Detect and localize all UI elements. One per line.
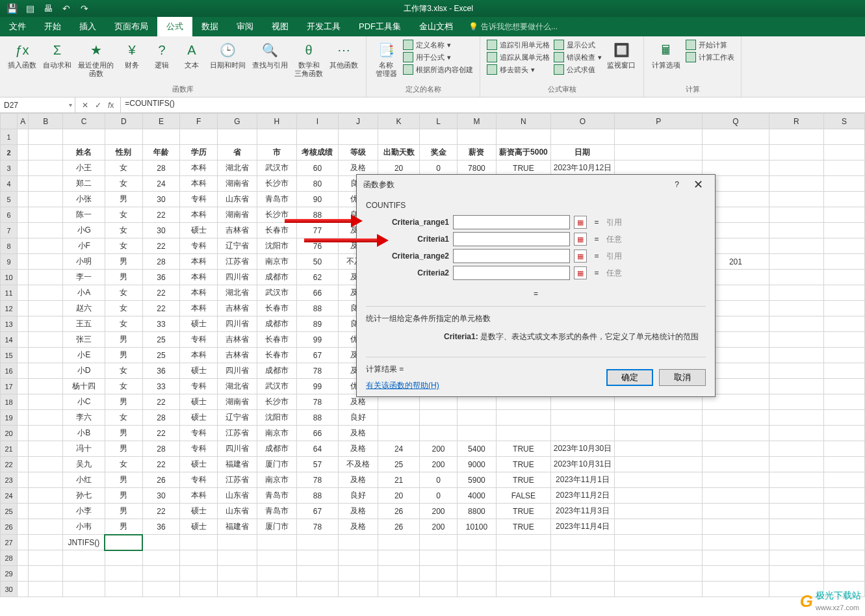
cell[interactable]: 26 bbox=[378, 519, 419, 535]
cell[interactable] bbox=[29, 394, 63, 410]
cell[interactable] bbox=[339, 582, 378, 597]
cell[interactable]: 市 bbox=[257, 145, 296, 160]
cell[interactable]: 郑二 bbox=[63, 176, 105, 192]
cell[interactable]: TRUE bbox=[497, 457, 551, 472]
cell[interactable] bbox=[457, 566, 496, 582]
cell[interactable] bbox=[257, 566, 296, 582]
cell[interactable]: 薪资高于5000 bbox=[497, 145, 551, 160]
row-header[interactable]: 12 bbox=[1, 301, 18, 316]
cell[interactable] bbox=[105, 550, 142, 566]
cell[interactable]: 良好 bbox=[339, 410, 378, 426]
cell[interactable]: 2023年11月1日 bbox=[550, 472, 614, 488]
cell[interactable] bbox=[824, 223, 865, 238]
cell[interactable] bbox=[769, 441, 824, 457]
cell[interactable] bbox=[824, 207, 865, 223]
cell[interactable]: 200 bbox=[420, 441, 458, 457]
cell[interactable]: 南京市 bbox=[257, 472, 296, 488]
row-header[interactable]: 25 bbox=[1, 504, 18, 519]
trace-dependents-button[interactable]: 追踪从属单元格 bbox=[485, 51, 551, 63]
cell[interactable]: 57 bbox=[296, 457, 338, 472]
menu-tab-4[interactable]: 公式 bbox=[157, 17, 192, 36]
cell[interactable]: 吉林省 bbox=[217, 332, 257, 348]
cell[interactable]: 奖金 bbox=[420, 145, 458, 160]
cell[interactable]: 小B bbox=[63, 426, 105, 441]
cell[interactable] bbox=[18, 504, 29, 519]
cell[interactable]: 88 bbox=[296, 301, 338, 316]
cell[interactable] bbox=[769, 457, 824, 472]
cell[interactable] bbox=[824, 129, 865, 145]
cell[interactable] bbox=[615, 145, 703, 160]
cell[interactable]: 辽宁省 bbox=[217, 238, 257, 254]
row-header[interactable]: 9 bbox=[1, 254, 18, 270]
cell[interactable]: 24 bbox=[142, 176, 180, 192]
cell[interactable] bbox=[824, 504, 865, 519]
cell[interactable]: 5900 bbox=[457, 472, 496, 488]
cell[interactable] bbox=[824, 332, 865, 348]
cell[interactable]: 山东省 bbox=[217, 192, 257, 207]
worksheet[interactable]: ABCDEFGHIJKLMNOPQRS12姓名性别年龄学历省市考核成绩等级出勤天… bbox=[0, 113, 865, 616]
cell[interactable] bbox=[824, 348, 865, 363]
cell[interactable]: 200 bbox=[420, 504, 458, 519]
cell[interactable] bbox=[378, 582, 419, 597]
cell[interactable]: 28 bbox=[142, 254, 180, 270]
cell[interactable] bbox=[339, 535, 378, 550]
cell[interactable] bbox=[824, 254, 865, 270]
cell[interactable] bbox=[615, 566, 703, 582]
cell[interactable]: 男 bbox=[105, 519, 142, 535]
cell[interactable]: 长春市 bbox=[257, 223, 296, 238]
cell[interactable] bbox=[29, 316, 63, 332]
col-header[interactable]: K bbox=[378, 114, 419, 129]
cell[interactable] bbox=[769, 160, 824, 176]
cell[interactable]: 78 bbox=[296, 519, 338, 535]
cell[interactable]: 等级 bbox=[339, 145, 378, 160]
cell[interactable] bbox=[142, 550, 180, 566]
cell[interactable]: 及格 bbox=[339, 519, 378, 535]
cell[interactable] bbox=[420, 535, 458, 550]
menu-tab-8[interactable]: 开发工具 bbox=[298, 17, 350, 36]
cell[interactable] bbox=[769, 223, 824, 238]
cell[interactable]: 26 bbox=[378, 504, 419, 519]
row-header[interactable]: 28 bbox=[1, 550, 18, 566]
cell[interactable] bbox=[824, 394, 865, 410]
cell[interactable]: 成都市 bbox=[257, 316, 296, 332]
cell[interactable]: 67 bbox=[296, 348, 338, 363]
row-header[interactable]: 7 bbox=[1, 223, 18, 238]
cell[interactable] bbox=[824, 316, 865, 332]
cell[interactable]: 5400 bbox=[457, 441, 496, 457]
cell[interactable] bbox=[769, 488, 824, 504]
cell[interactable]: 4000 bbox=[457, 488, 496, 504]
cell[interactable] bbox=[142, 566, 180, 582]
cell[interactable]: 专科 bbox=[180, 332, 218, 348]
row-header[interactable]: 30 bbox=[1, 582, 18, 597]
col-header[interactable]: A bbox=[18, 114, 29, 129]
cell[interactable] bbox=[142, 582, 180, 597]
cell[interactable] bbox=[339, 566, 378, 582]
cell[interactable] bbox=[703, 504, 769, 519]
cell[interactable] bbox=[29, 223, 63, 238]
cell[interactable]: 专科 bbox=[180, 238, 218, 254]
cell[interactable]: TRUE bbox=[497, 519, 551, 535]
cell[interactable]: 江苏省 bbox=[217, 472, 257, 488]
cell[interactable]: 小王 bbox=[63, 160, 105, 176]
cell[interactable]: 28 bbox=[142, 160, 180, 176]
cell[interactable] bbox=[769, 270, 824, 285]
cell[interactable] bbox=[769, 238, 824, 254]
cell[interactable]: TRUE bbox=[497, 504, 551, 519]
function-help-link[interactable]: 有关该函数的帮助(H) bbox=[366, 381, 439, 390]
cell[interactable]: 硕士 bbox=[180, 316, 218, 332]
cell[interactable]: 及格 bbox=[339, 426, 378, 441]
cell[interactable]: 小红 bbox=[63, 472, 105, 488]
cell[interactable] bbox=[769, 410, 824, 426]
cell[interactable] bbox=[769, 316, 824, 332]
cell[interactable]: 硕士 bbox=[180, 519, 218, 535]
cell[interactable] bbox=[378, 535, 419, 550]
cell[interactable] bbox=[420, 582, 458, 597]
use-in-formula-button[interactable]: 用于公式 ▾ bbox=[402, 51, 474, 63]
cell[interactable] bbox=[18, 550, 29, 566]
row-header[interactable]: 18 bbox=[1, 394, 18, 410]
row-header[interactable]: 20 bbox=[1, 426, 18, 441]
cell[interactable]: 2023年11月4日 bbox=[550, 519, 614, 535]
cell[interactable] bbox=[257, 535, 296, 550]
insert-function-button[interactable]: ƒx插入函数 bbox=[5, 39, 39, 71]
cell[interactable]: 女 bbox=[105, 176, 142, 192]
